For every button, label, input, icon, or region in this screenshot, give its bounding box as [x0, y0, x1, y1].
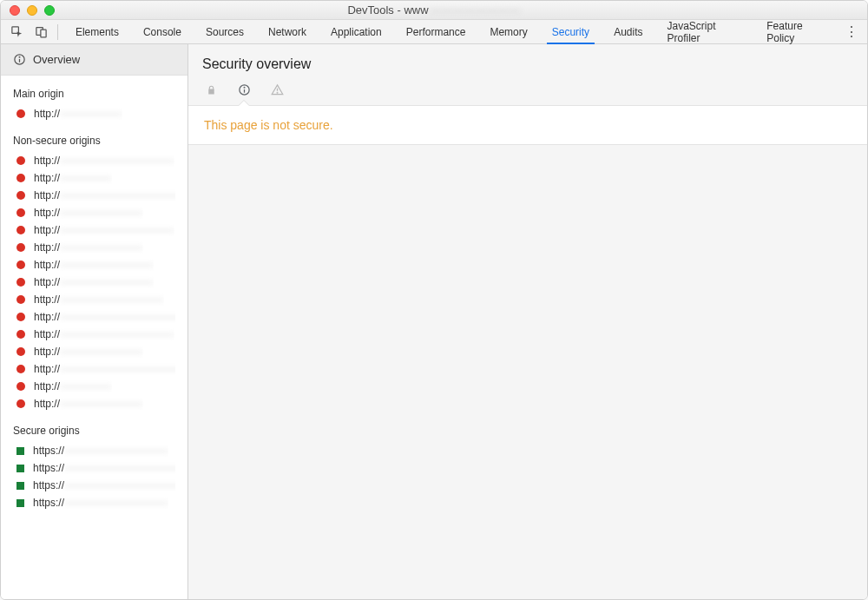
sidebar-section-title: Non-secure origins — [1, 122, 187, 152]
insecure-indicator-icon — [16, 399, 25, 408]
insecure-indicator-icon — [16, 243, 25, 252]
origin-text: http://——————————— — [34, 328, 174, 340]
security-overview-title: Security overview — [202, 56, 853, 72]
origin-text: https://————————————— — [33, 479, 175, 491]
origin-text: http://———————————— — [34, 189, 175, 201]
security-sidebar: Overview Main originhttp://——————Non-sec… — [1, 44, 188, 599]
origin-item[interactable]: http://——————————— — [1, 221, 187, 239]
tab-javascript-profiler[interactable]: JavaScript Profiler — [654, 20, 754, 43]
origin-item[interactable]: http://————————— — [1, 274, 187, 291]
origin-text: https://—————————— — [33, 497, 168, 509]
svg-point-8 — [244, 87, 245, 88]
window-controls — [10, 5, 55, 16]
tab-sources[interactable]: Sources — [194, 20, 256, 43]
origin-item[interactable]: http://———————— — [1, 343, 187, 360]
tab-memory[interactable]: Memory — [477, 20, 539, 43]
origin-item[interactable]: https://————————————— — [1, 477, 187, 494]
origin-item[interactable]: https://————————————— — [1, 459, 187, 477]
secure-indicator-icon — [16, 482, 24, 490]
origin-item[interactable]: http://———————— — [1, 239, 187, 256]
titlebar: DevTools - www ———————— — [1, 1, 867, 20]
insecure-indicator-icon — [16, 313, 25, 321]
tab-feature-policy[interactable]: Feature Policy — [754, 20, 838, 43]
window-title: DevTools - www ———————— — [347, 3, 520, 16]
info-icon — [13, 53, 26, 66]
main-header: Security overview — [188, 44, 867, 105]
origin-text: https://————————————— — [33, 462, 175, 474]
sidebar-section-title: Secure origins — [1, 412, 187, 442]
origin-text: http://————————— — [34, 276, 154, 288]
secure-indicator-icon — [16, 499, 24, 507]
origin-text: http://———————— — [34, 207, 143, 219]
tab-elements[interactable]: Elements — [63, 20, 131, 43]
panel-body: Overview Main originhttp://——————Non-sec… — [1, 44, 867, 599]
tab-performance[interactable]: Performance — [394, 20, 478, 43]
insecure-indicator-icon — [16, 365, 25, 373]
origin-text: https://—————————— — [33, 445, 168, 457]
origin-item[interactable]: http://————————— — [1, 256, 187, 274]
lock-icon — [204, 82, 218, 96]
insecure-indicator-icon — [16, 347, 25, 356]
security-message: This page is not secure. — [188, 105, 867, 145]
sidebar-section-title: Main origin — [1, 76, 187, 105]
insecure-indicator-icon — [16, 156, 25, 165]
origin-text: http://——————————— — [34, 224, 174, 236]
tab-application[interactable]: Application — [319, 20, 394, 43]
origin-item[interactable]: http://—————————— — [1, 291, 187, 308]
info-circle-icon — [237, 82, 251, 96]
sidebar-overview[interactable]: Overview — [1, 44, 187, 76]
tab-audits[interactable]: Audits — [602, 20, 654, 43]
origin-item[interactable]: http://————— — [1, 169, 187, 187]
origin-item[interactable]: http://——————————— — [1, 326, 187, 343]
secure-indicator-icon — [16, 465, 24, 472]
minimize-window-button[interactable] — [27, 5, 37, 16]
origin-item[interactable]: https://—————————— — [1, 442, 187, 459]
origin-item[interactable]: http://————— — [1, 378, 187, 395]
insecure-indicator-icon — [16, 330, 25, 339]
maximize-window-button[interactable] — [44, 5, 55, 16]
origin-text: http://———————— — [34, 346, 143, 358]
origin-text: http://—————————— — [34, 293, 164, 306]
insecure-indicator-icon — [16, 382, 25, 391]
panel-tabs: ElementsConsoleSourcesNetworkApplication… — [63, 20, 838, 43]
sidebar-overview-label: Overview — [33, 53, 80, 66]
insecure-indicator-icon — [16, 260, 25, 269]
insecure-indicator-icon — [16, 191, 25, 200]
insecure-indicator-icon — [16, 109, 25, 118]
origin-text: http://—————————————— — [34, 311, 175, 323]
origin-text: http://—————— — [34, 108, 122, 120]
inspect-element-icon[interactable] — [6, 23, 28, 41]
warning-triangle-icon — [270, 82, 284, 96]
origin-text: http://————— — [34, 380, 112, 392]
devtools-window: DevTools - www ———————— ElementsConsoleS… — [0, 0, 868, 600]
close-window-button[interactable] — [10, 5, 20, 16]
origin-item[interactable]: http://———————— — [1, 395, 187, 412]
svg-point-10 — [277, 92, 278, 93]
device-toolbar-icon[interactable] — [30, 23, 51, 41]
devtools-toolbar: ElementsConsoleSourcesNetworkApplication… — [1, 20, 867, 44]
origin-item[interactable]: http://———————————— — [1, 187, 187, 204]
window-title-redacted: ———————— — [431, 3, 521, 16]
more-options-icon[interactable]: ⋮ — [842, 23, 863, 40]
toolbar-separator — [57, 24, 58, 40]
tab-security[interactable]: Security — [540, 20, 602, 43]
origin-text: http://————————— — [34, 259, 154, 271]
svg-rect-2 — [41, 30, 46, 37]
origin-item[interactable]: http://—————————————— — [1, 308, 187, 326]
insecure-indicator-icon — [16, 174, 25, 182]
origin-text: http://———————— — [34, 398, 143, 410]
origin-text: http://———————— — [34, 241, 143, 254]
window-title-text: DevTools - www — [347, 3, 428, 16]
insecure-indicator-icon — [16, 208, 25, 217]
origin-item[interactable]: http://—————— — [1, 105, 187, 122]
origin-item[interactable]: https://—————————— — [1, 494, 187, 511]
origin-item[interactable]: http://——————————— — [1, 152, 187, 169]
origin-item[interactable]: http://————————————— — [1, 360, 187, 378]
tab-console[interactable]: Console — [131, 20, 194, 43]
svg-point-5 — [19, 56, 20, 57]
origin-item[interactable]: http://———————— — [1, 204, 187, 221]
security-main: Security overview This page is not secur… — [188, 44, 867, 599]
insecure-indicator-icon — [16, 226, 25, 234]
origin-text: http://————— — [34, 172, 112, 184]
tab-network[interactable]: Network — [256, 20, 319, 43]
